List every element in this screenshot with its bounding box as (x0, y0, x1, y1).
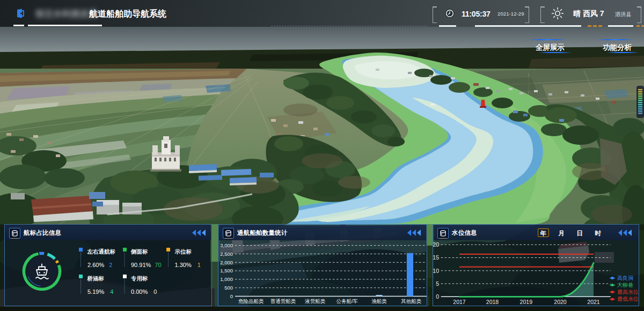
svg-text:5: 5 (436, 280, 439, 287)
svg-text:最低水位: 最低水位 (617, 296, 639, 302)
svg-text:500: 500 (224, 285, 233, 291)
svg-text:渔船类: 渔船类 (371, 298, 387, 304)
svg-text:20: 20 (433, 241, 439, 248)
svg-text:10: 10 (433, 268, 439, 274)
svg-text:15: 15 (433, 254, 439, 261)
svg-text:0: 0 (230, 293, 233, 299)
svg-text:2,000: 2,000 (220, 260, 233, 265)
svg-text:2021: 2021 (587, 299, 600, 305)
svg-text:0: 0 (436, 293, 439, 300)
svg-text:3,000: 3,000 (220, 242, 233, 248)
svg-text:2018: 2018 (486, 299, 499, 305)
svg-text:液货船类: 液货船类 (304, 298, 326, 304)
svg-text:危险品船类: 危险品船类 (238, 298, 264, 304)
svg-text:2,500: 2,500 (220, 251, 233, 257)
svg-text:2017: 2017 (453, 299, 466, 305)
svg-text:1,500: 1,500 (220, 268, 233, 273)
svg-text:大柳巷: 大柳巷 (617, 282, 633, 288)
svg-text:2020: 2020 (554, 299, 567, 305)
svg-text:公务船/车: 公务船/车 (336, 298, 358, 304)
svg-text:2019: 2019 (520, 299, 533, 305)
svg-text:1,000: 1,000 (220, 276, 233, 282)
svg-text:普通货船类: 普通货船类 (270, 298, 296, 304)
svg-text:高良涧: 高良涧 (617, 275, 633, 281)
svg-text:最高水位: 最高水位 (617, 289, 639, 295)
svg-text:其他船类: 其他船类 (401, 298, 422, 304)
